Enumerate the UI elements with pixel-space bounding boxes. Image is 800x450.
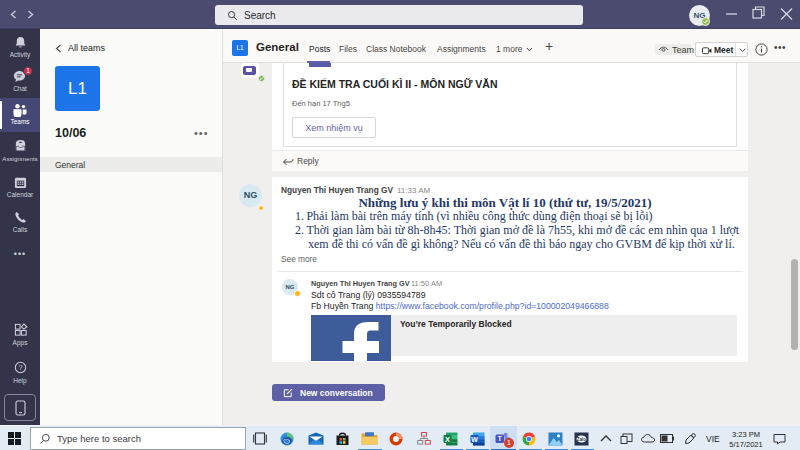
svg-text:X: X [445,435,450,444]
svg-text:T: T [498,435,502,442]
svg-text:W: W [471,436,478,443]
svg-text:Zalo: Zalo [577,437,587,442]
svg-text:?: ? [18,363,22,372]
